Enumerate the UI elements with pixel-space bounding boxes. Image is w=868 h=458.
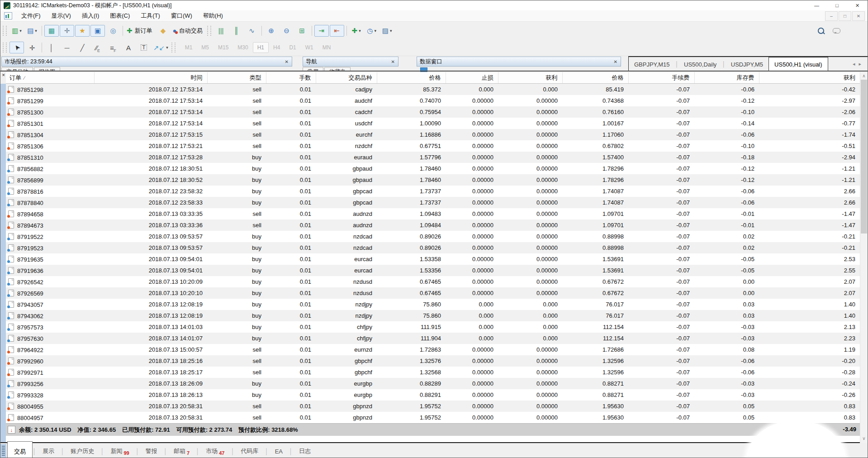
bottom-tab-exposure[interactable]: 展示 — [36, 444, 61, 458]
timeframe-w1[interactable]: W1 — [301, 42, 318, 53]
close-button[interactable]: ✕ — [847, 0, 868, 10]
data-window-header[interactable]: 数据窗口 ✕ — [417, 57, 621, 67]
tile-windows-button[interactable]: ⊞ — [295, 25, 309, 37]
menu-help[interactable]: 帮助(H) — [198, 11, 228, 21]
chart-tab-usdjpy-m5[interactable]: USDJPY,M5 — [726, 58, 768, 71]
order-row[interactable]: 879929602018.07.13 18:25:16sell0.01gbpch… — [6, 355, 860, 367]
equidistant-channel-button[interactable]: ∕∕E — [90, 42, 105, 53]
column-header-time[interactable]: 时间 — [94, 72, 207, 84]
timeframe-m5[interactable]: M5 — [197, 42, 213, 53]
metaeditor-button[interactable]: ◆ — [156, 25, 171, 37]
order-row[interactable]: 879932562018.07.13 18:26:09buy0.01eurgbp… — [6, 378, 860, 389]
templates-button[interactable]: ▨▾ — [380, 25, 394, 37]
trendline-button[interactable]: ╱ — [75, 42, 90, 53]
autotrading-button[interactable]: ●自动交易 — [171, 25, 205, 37]
data-window-button[interactable]: ✛ — [60, 25, 74, 37]
auto-scroll-button[interactable]: ⇥ — [314, 25, 329, 37]
toolbar-grip-icon[interactable] — [3, 26, 7, 36]
order-row[interactable]: 879649222018.07.13 15:00:57sell0.01eurnz… — [6, 344, 860, 355]
column-header-symbol[interactable]: 交易品种 — [316, 72, 377, 84]
order-row[interactable]: 879195222018.07.13 09:53:57buy0.01nzdcad… — [6, 231, 860, 242]
periods-button[interactable]: ◷▾ — [365, 25, 379, 37]
timeframe-mn[interactable]: MN — [318, 42, 336, 53]
bottom-tab-journal[interactable]: 日志 — [293, 444, 317, 458]
scrollbar-down-icon[interactable]: ∨ — [860, 434, 868, 442]
new-chart-button[interactable]: ▥▾ — [9, 25, 24, 37]
column-header-profit[interactable]: 获利 — [759, 72, 860, 84]
navigator-close-icon[interactable]: ✕ — [390, 59, 396, 64]
column-header-stop-loss[interactable]: 止损 — [446, 72, 498, 84]
crosshair-button[interactable]: ✛ — [25, 42, 39, 53]
toolbar-grip-icon[interactable] — [3, 43, 7, 52]
column-header-price[interactable]: 价格 — [562, 72, 628, 84]
text-label-button[interactable]: T — [137, 42, 151, 53]
column-header-open-price[interactable]: 价格 — [377, 72, 446, 84]
column-header-type[interactable]: 类型 — [207, 72, 266, 84]
tab-scroll-left-icon[interactable]: ◂ — [853, 61, 859, 67]
chart-shift-button[interactable]: ⇤ — [330, 25, 344, 37]
bottom-tab-mailbox[interactable]: 邮箱7 — [167, 444, 196, 458]
chart-tab-gbpjpy-m15[interactable]: GBPJPY,M15 — [629, 58, 675, 71]
candlestick-button[interactable]: ║ — [229, 25, 244, 37]
vertical-line-button[interactable]: │ — [44, 42, 59, 53]
order-row[interactable]: 880049572018.07.13 20:58:31sell0.01gbpnz… — [6, 412, 860, 423]
new-order-button[interactable]: ✚新订单 — [125, 25, 155, 37]
child-minimize-button[interactable]: – — [825, 11, 838, 21]
order-row[interactable]: 879196352018.07.13 09:54:01buy0.01eurcad… — [6, 253, 860, 265]
scrollbar-thumb[interactable] — [861, 80, 867, 234]
order-row[interactable]: 879196362018.07.13 09:54:01buy0.01eurcad… — [6, 265, 860, 276]
bottom-tab-market[interactable]: 市场47 — [199, 444, 231, 458]
zoom-out-button[interactable]: ⊖ — [280, 25, 294, 37]
scrollbar-up-icon[interactable]: ∧ — [860, 72, 868, 80]
order-row[interactable]: 879430572018.07.13 12:08:19buy0.01nzdjpy… — [6, 299, 860, 310]
column-header-take-profit[interactable]: 获利 — [498, 72, 562, 84]
menu-tools[interactable]: 工具(T) — [135, 11, 166, 21]
menu-insert[interactable]: 插入(I) — [76, 11, 104, 21]
chart-tab-us500-daily[interactable]: US500,Daily — [678, 58, 722, 71]
terminal-button[interactable]: ▣ — [90, 25, 105, 37]
maximize-button[interactable]: □ — [827, 0, 847, 10]
toolbar-grip-icon[interactable] — [171, 43, 175, 52]
market-watch-header[interactable]: 市场报价: 23:59:44 ✕ — [1, 57, 292, 67]
toolbar-grip-icon[interactable] — [207, 26, 211, 36]
order-row[interactable]: 878513102018.07.12 17:53:28buy0.01euraud… — [6, 152, 860, 163]
timeframe-m15[interactable]: M15 — [213, 42, 233, 53]
bottom-tab-code-base[interactable]: 代码库 — [235, 444, 265, 458]
order-row[interactable]: 878568822018.07.12 18:30:51buy0.01gbpaud… — [6, 163, 860, 174]
terminal-grip[interactable] — [0, 444, 6, 458]
order-row[interactable]: 878946732018.07.13 03:33:36sell0.01audnz… — [6, 219, 860, 231]
bottom-tab-trade[interactable]: 交易 — [7, 441, 33, 458]
column-header-order[interactable]: 订单∕ — [6, 72, 94, 84]
market-watch-close-icon[interactable]: ✕ — [284, 59, 290, 64]
timeframe-h1[interactable]: H1 — [253, 42, 269, 53]
search-button[interactable] — [814, 25, 828, 37]
timeframe-m30[interactable]: M30 — [233, 42, 252, 53]
bottom-tab-news[interactable]: 新闻99 — [104, 444, 135, 458]
order-row[interactable]: 879430622018.07.13 12:08:19buy0.01nzdjpy… — [6, 310, 860, 321]
order-row[interactable]: 878512982018.07.12 17:53:14sell0.01cadjp… — [6, 84, 860, 95]
community-button[interactable] — [829, 25, 844, 37]
market-watch-button[interactable]: ▦ — [44, 25, 59, 37]
data-window-close-icon[interactable]: ✕ — [612, 59, 619, 64]
navigator-header[interactable]: 导航 ✕ — [303, 57, 398, 67]
chart-tab-us500-h1-visual[interactable]: US500,H1 (visual) — [768, 57, 828, 72]
order-row[interactable]: 878513012018.07.12 17:53:14sell0.01usdch… — [6, 118, 860, 129]
order-row[interactable]: 878946582018.07.13 03:33:35sell0.01audnz… — [6, 208, 860, 219]
line-chart-button[interactable]: ∿ — [245, 25, 259, 37]
indicators-button[interactable]: ✚▾ — [349, 25, 364, 37]
bottom-tab-ea[interactable]: EA — [269, 444, 289, 458]
tab-scroll-right-icon[interactable]: ▸ — [859, 61, 865, 67]
order-row[interactable]: 879929712018.07.13 18:25:17sell0.01gbpch… — [6, 367, 860, 378]
order-row[interactable]: 879195232018.07.13 09:53:57buy0.01nzdcad… — [6, 242, 860, 253]
navigator-button[interactable]: ★ — [75, 25, 90, 37]
order-row[interactable]: 878788162018.07.12 23:58:32buy0.01gbpcad… — [6, 186, 860, 197]
menu-view[interactable]: 显示(V) — [46, 11, 76, 21]
bottom-tab-alerts[interactable]: 警报 — [139, 444, 164, 458]
fibonacci-button[interactable]: ≡F — [106, 42, 120, 53]
zoom-in-button[interactable]: ⊕ — [264, 25, 279, 37]
minimize-button[interactable]: — — [806, 0, 827, 10]
child-restore-button[interactable]: □ — [839, 11, 851, 21]
order-row[interactable]: 879265422018.07.13 10:20:09buy0.01nzdusd… — [6, 276, 860, 287]
menu-window[interactable]: 窗口(W) — [166, 11, 198, 21]
order-row[interactable]: 878568992018.07.12 18:30:52buy0.01gbpaud… — [6, 174, 860, 186]
